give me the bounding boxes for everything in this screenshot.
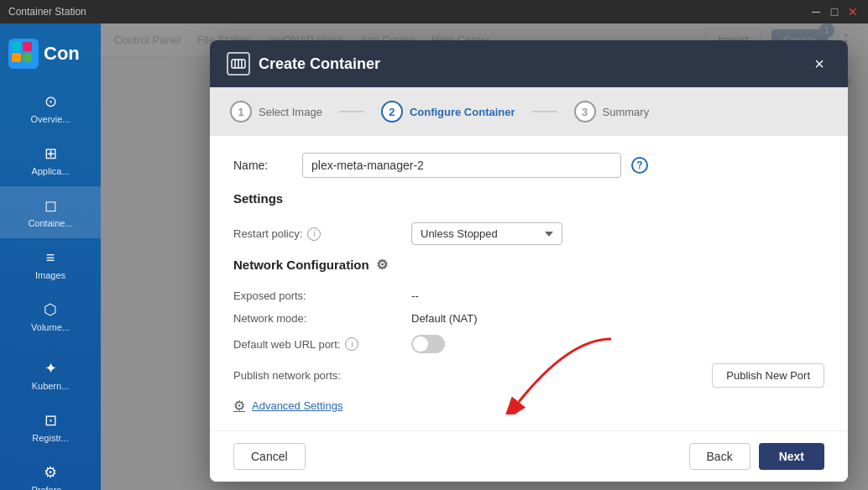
- kubernetes-icon: ✦: [41, 359, 60, 378]
- modal-body: Name: ? Settings Restart policy: i No: [210, 136, 848, 430]
- step-3: 3 Summary: [574, 101, 650, 122]
- sidebar-label-overview: Overvie...: [30, 114, 70, 124]
- containers-icon: ◻: [41, 196, 60, 215]
- close-button[interactable]: ✕: [846, 5, 860, 18]
- steps-bar: 1 Select Image 2 Configure Container 3 S…: [210, 87, 848, 136]
- container-icon: [227, 52, 250, 76]
- title-bar: Container Station ─ □ ✕: [0, 0, 868, 23]
- sidebar-logo: Con: [0, 30, 101, 82]
- publish-new-port-button[interactable]: Publish New Port: [712, 363, 824, 388]
- overview-icon: ⊙: [41, 92, 60, 111]
- svg-rect-2: [23, 42, 32, 51]
- step-3-label: Summary: [603, 106, 650, 118]
- sidebar-item-overview[interactable]: ⊙ Overvie...: [0, 82, 101, 134]
- sidebar-item-preferences[interactable]: ⚙ Prefere...: [0, 453, 101, 490]
- minimize-button[interactable]: ─: [809, 5, 823, 18]
- name-input[interactable]: [302, 153, 621, 178]
- maximize-button[interactable]: □: [828, 5, 841, 18]
- sidebar-item-volumes[interactable]: ⬡ Volume...: [0, 290, 101, 342]
- sidebar-item-registry[interactable]: ⊡ Registr...: [0, 401, 101, 453]
- modal-header: Create Container ×: [210, 40, 848, 87]
- footer-left: Cancel: [233, 443, 306, 470]
- restart-policy-info-icon[interactable]: i: [307, 227, 321, 241]
- publish-ports-row: Publish network ports: Publish New Port: [233, 358, 824, 393]
- sidebar-item-images[interactable]: ≡ Images: [0, 238, 101, 290]
- step-1: 1 Select Image: [230, 101, 322, 122]
- network-mode-row: Network mode: Default (NAT): [233, 307, 824, 330]
- step-2-label: Configure Container: [410, 106, 515, 118]
- app-logo-icon: [8, 39, 39, 69]
- preferences-icon: ⚙: [41, 463, 60, 482]
- settings-section-header: Settings: [233, 191, 824, 206]
- advanced-gear-icon: ⚙: [233, 398, 245, 414]
- restart-policy-row: Restart policy: i No Always Unless Stopp…: [233, 217, 824, 250]
- step-2-number: 2: [381, 101, 403, 122]
- modal-title: Create Container: [259, 55, 380, 73]
- network-section-header: Network Configuration ⚙: [233, 257, 824, 273]
- next-button[interactable]: Next: [759, 443, 824, 470]
- volumes-icon: ⬡: [41, 300, 60, 319]
- svg-rect-3: [12, 53, 21, 62]
- sidebar-label-images: Images: [35, 270, 65, 280]
- app-container: Con ⊙ Overvie... ⊞ Applica... ◻ Containe…: [0, 23, 868, 490]
- create-container-modal: Create Container × 1 Select Image 2 Conf…: [210, 40, 848, 482]
- step-1-label: Select Image: [259, 106, 322, 118]
- restart-policy-label: Restart policy: i: [233, 227, 401, 241]
- advanced-settings-label: Advanced Settings: [252, 399, 342, 412]
- window-controls: ─ □ ✕: [809, 5, 860, 18]
- network-gear-icon[interactable]: ⚙: [376, 257, 388, 273]
- sidebar-label-kubernetes: Kubern...: [32, 381, 70, 391]
- sidebar-label-applications: Applica...: [31, 166, 69, 176]
- sidebar: Con ⊙ Overvie... ⊞ Applica... ◻ Containe…: [0, 23, 101, 490]
- default-web-url-label: Default web URL port: i: [233, 337, 401, 351]
- sidebar-item-applications[interactable]: ⊞ Applica...: [0, 134, 101, 186]
- svg-rect-1: [12, 42, 21, 51]
- sidebar-item-kubernetes[interactable]: ✦ Kubern...: [0, 349, 101, 401]
- sidebar-label-containers: Containe...: [28, 218, 72, 228]
- name-row: Name: ?: [233, 153, 824, 178]
- exposed-ports-value: --: [411, 289, 419, 302]
- modal-close-button[interactable]: ×: [808, 52, 831, 76]
- modal-title-area: Create Container: [227, 52, 380, 76]
- network-mode-value: Default (NAT): [411, 312, 478, 325]
- modal-footer: Cancel Back Next: [210, 430, 848, 482]
- exposed-ports-row: Exposed ports: --: [233, 284, 824, 307]
- name-help-icon[interactable]: ?: [631, 157, 648, 174]
- web-url-toggle[interactable]: [411, 335, 445, 353]
- default-web-url-row: Default web URL port: i: [233, 330, 824, 358]
- back-button[interactable]: Back: [689, 443, 750, 470]
- step-1-number: 1: [230, 101, 252, 122]
- step-2: 2 Configure Container: [381, 101, 515, 122]
- sidebar-item-containers[interactable]: ◻ Containe...: [0, 186, 101, 238]
- sidebar-label-volumes: Volume...: [31, 322, 70, 332]
- sidebar-label-registry: Registr...: [32, 433, 68, 443]
- registry-icon: ⊡: [41, 411, 60, 430]
- cancel-button[interactable]: Cancel: [233, 443, 306, 470]
- name-label: Name:: [233, 159, 292, 172]
- publish-ports-label: Publish network ports:: [233, 369, 401, 382]
- applications-icon: ⊞: [41, 144, 60, 163]
- toggle-slider: [411, 335, 445, 353]
- network-mode-label: Network mode:: [233, 312, 401, 325]
- images-icon: ≡: [41, 248, 60, 267]
- step-separator-2: [532, 111, 557, 112]
- sidebar-label-preferences: Prefere...: [31, 485, 69, 490]
- modal-overlay: Create Container × 1 Select Image 2 Conf…: [101, 23, 868, 490]
- step-3-number: 3: [574, 101, 596, 122]
- logo-text: Con: [44, 43, 80, 65]
- main-content: Control Panel File Station myQNAP cloud …: [101, 23, 868, 490]
- web-url-info-icon[interactable]: i: [345, 337, 358, 351]
- step-separator-1: [339, 111, 364, 112]
- footer-right: Back Next: [689, 443, 824, 470]
- exposed-ports-label: Exposed ports:: [233, 289, 401, 302]
- restart-policy-select[interactable]: No Always Unless Stopped On Failure: [411, 222, 562, 245]
- advanced-settings-container: ⚙ Advanced Settings: [233, 398, 824, 414]
- app-title: Container Station: [8, 6, 86, 18]
- svg-rect-4: [23, 53, 32, 62]
- advanced-settings-link[interactable]: ⚙ Advanced Settings: [233, 398, 824, 414]
